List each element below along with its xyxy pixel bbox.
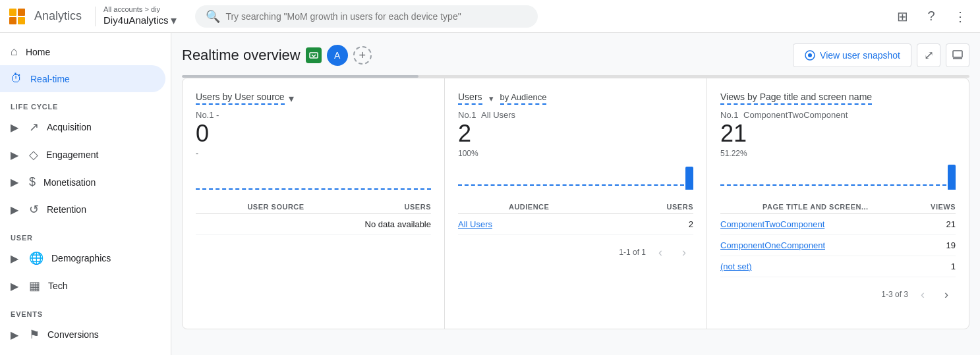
sidebar-item-retention[interactable]: ▶ ↺ Retention <box>0 196 165 223</box>
card-audience: Users ▾ by Audience No.1 All Users 2 100… <box>445 78 706 329</box>
view-snapshot-button[interactable]: View user snapshot <box>793 43 911 67</box>
user-section-label: USER <box>0 223 171 244</box>
add-comparison-button[interactable]: + <box>353 46 372 65</box>
card1-table: USER SOURCE USERS No data available <box>196 200 431 235</box>
account-name: Diy4uAnalytics <box>103 14 168 26</box>
card3-header: Views by Page title and screen name <box>720 92 956 105</box>
topbar: Analytics All accounts > diy Diy4uAnalyt… <box>0 0 980 33</box>
lifecycle-section-label: LIFE CYCLE <box>0 92 171 113</box>
card1-metric: 0 <box>196 120 431 148</box>
sidebar-engagement-label: Engagement <box>46 150 98 160</box>
page-header-right: View user snapshot ⤢ <box>793 43 969 67</box>
account-path: All accounts > diy <box>103 5 177 13</box>
card1-no-data: No data available <box>196 214 431 235</box>
search-icon: 🔍 <box>206 9 220 24</box>
card2-by-label[interactable]: by Audience <box>500 92 547 105</box>
search-input[interactable] <box>225 11 527 22</box>
more-icon[interactable]: ⋮ <box>948 5 972 28</box>
card3-percent: 51.22% <box>720 149 956 158</box>
table-row: (not set)1 <box>720 256 956 277</box>
monetisation-icon: $ <box>29 175 36 189</box>
sidebar-demographics-label: Demographics <box>51 253 111 263</box>
card1-rank: No.1 - <box>196 110 431 120</box>
row-link[interactable]: ComponentTwoComponent <box>720 219 824 229</box>
card3-rank-label: ComponentTwoComponent <box>743 110 848 120</box>
page-title: Realtime overview <box>182 47 301 64</box>
card2-metric: 2 <box>458 120 693 148</box>
expand-icon7: ▶ <box>11 329 18 341</box>
logo-icon <box>8 7 26 26</box>
card3-col2: VIEWS <box>911 200 956 214</box>
card3-prev-button[interactable]: ‹ <box>913 285 932 304</box>
card2-number: 2 <box>458 120 471 148</box>
expand-icon5: ▶ <box>11 252 18 265</box>
acquisition-icon: ↗ <box>29 120 39 134</box>
sidebar-item-realtime[interactable]: ⏱ Real-time <box>0 65 165 92</box>
avatar: A <box>327 45 348 66</box>
demographics-icon: 🌐 <box>29 251 43 265</box>
main-content: Realtime overview A + View user snapshot… <box>171 33 980 355</box>
tech-icon: ▦ <box>29 279 40 293</box>
card2-pagination-label: 1-1 of 1 <box>619 248 646 257</box>
card2-col2: USERS <box>600 200 693 214</box>
sidebar-item-home[interactable]: ⌂ Home <box>0 38 165 65</box>
row-link[interactable]: ComponentOneComponent <box>720 240 825 250</box>
sidebar-item-demographics[interactable]: ▶ 🌐 Demographics <box>0 244 165 272</box>
search-bar[interactable]: 🔍 <box>195 5 538 28</box>
card2-percent: 100% <box>458 149 693 158</box>
card1-title[interactable]: Users by User source <box>196 92 285 105</box>
view-snapshot-label: View user snapshot <box>820 50 900 61</box>
expand-icon4: ▶ <box>11 204 18 216</box>
card2-next-button[interactable]: › <box>675 243 693 261</box>
apps-icon[interactable]: ⊞ <box>890 5 914 28</box>
card3-col1: PAGE TITLE AND SCREEN... <box>720 200 911 214</box>
card2-rank: No.1 All Users <box>458 110 693 120</box>
help-icon[interactable]: ? <box>919 5 943 28</box>
sidebar-acquisition-label: Acquisition <box>47 122 92 132</box>
sidebar-monetisation-label: Monetisation <box>43 177 96 188</box>
sidebar-item-monetisation[interactable]: ▶ $ Monetisation <box>0 169 165 196</box>
card2-pagination: 1-1 of 1 ‹ › <box>458 243 693 261</box>
card3-pagination: 1-3 of 3 ‹ › <box>720 285 956 304</box>
sidebar-tech-label: Tech <box>48 281 68 291</box>
sidebar: ⌂ Home ⏱ Real-time LIFE CYCLE ▶ ↗ Acquis… <box>0 33 171 355</box>
card3-number: 21 <box>720 120 747 148</box>
realtime-status-icon <box>306 47 322 63</box>
fullscreen-button[interactable]: ⤢ <box>917 43 940 67</box>
svg-rect-3 <box>953 51 962 57</box>
page-header-left: Realtime overview A + <box>182 45 372 66</box>
sidebar-home-label: Home <box>26 47 50 57</box>
conversions-icon: ⚑ <box>29 327 40 342</box>
card2-prev-button[interactable]: ‹ <box>651 243 670 261</box>
retention-icon: ↺ <box>29 202 39 217</box>
sidebar-item-conversions[interactable]: ▶ ⚑ Conversions <box>0 321 165 348</box>
card3-chart <box>720 163 956 190</box>
card1-col1: USER SOURCE <box>196 200 356 214</box>
card3-metric: 21 <box>720 120 956 148</box>
card3-next-button[interactable]: › <box>937 285 956 304</box>
row-link[interactable]: All Users <box>458 219 492 229</box>
card1-chart <box>196 163 431 190</box>
sidebar-retention-label: Retention <box>47 204 86 215</box>
card3-title[interactable]: Views by Page title and screen name <box>720 92 872 105</box>
export-button[interactable] <box>946 43 969 67</box>
account-nav: All accounts > diy Diy4uAnalytics ▾ <box>103 5 177 28</box>
home-icon: ⌂ <box>11 45 18 59</box>
card2-title[interactable]: Users <box>458 92 482 105</box>
card2-chart <box>458 163 693 190</box>
card1-number: 0 <box>196 120 209 148</box>
row-link[interactable]: (not set) <box>720 261 752 271</box>
chevron-down-icon: ▾ <box>171 13 177 28</box>
card-page-views: Views by Page title and screen name No.1… <box>707 78 969 329</box>
sidebar-item-acquisition[interactable]: ▶ ↗ Acquisition <box>0 113 165 141</box>
engagement-icon: ◇ <box>29 148 38 162</box>
card3-pagination-label: 1-3 of 3 <box>881 290 908 299</box>
card1-header: Users by User source ▾ <box>196 92 431 105</box>
sidebar-item-engagement[interactable]: ▶ ◇ Engagement <box>0 141 165 169</box>
card1-sublabel: - <box>196 149 431 158</box>
sidebar-item-tech[interactable]: ▶ ▦ Tech <box>0 272 165 300</box>
layout: ⌂ Home ⏱ Real-time LIFE CYCLE ▶ ↗ Acquis… <box>0 33 980 355</box>
account-selector[interactable]: Diy4uAnalytics ▾ <box>103 13 177 28</box>
card1-dropdown-icon[interactable]: ▾ <box>289 92 294 105</box>
app-title: Analytics <box>34 9 82 23</box>
